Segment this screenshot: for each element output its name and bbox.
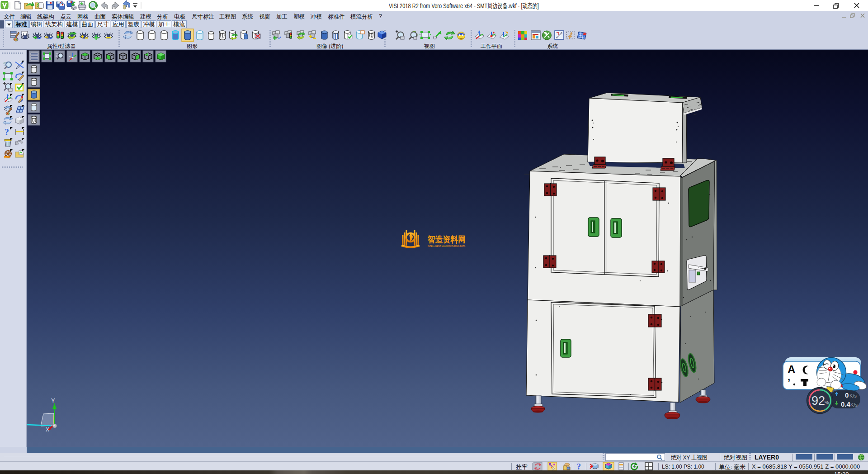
svg-text:0.4: 0.4	[841, 400, 851, 408]
svg-text:?: ?	[5, 127, 9, 137]
svg-text:0: 0	[845, 391, 849, 399]
svg-text:K/s: K/s	[849, 393, 857, 398]
svg-text:INTELLIGENT MANUFACTURING DATA: INTELLIGENT MANUFACTURING DATA	[428, 245, 465, 247]
svg-text:92: 92	[811, 394, 825, 408]
svg-text:Y: Y	[51, 397, 55, 404]
svg-text:K/s: K/s	[850, 402, 858, 408]
svg-text:?: ?	[577, 462, 581, 471]
svg-text:X: X	[46, 427, 49, 433]
svg-text:智造资料网: 智造资料网	[427, 235, 466, 244]
svg-text:%: %	[825, 400, 829, 405]
svg-text:,: ,	[788, 371, 790, 383]
